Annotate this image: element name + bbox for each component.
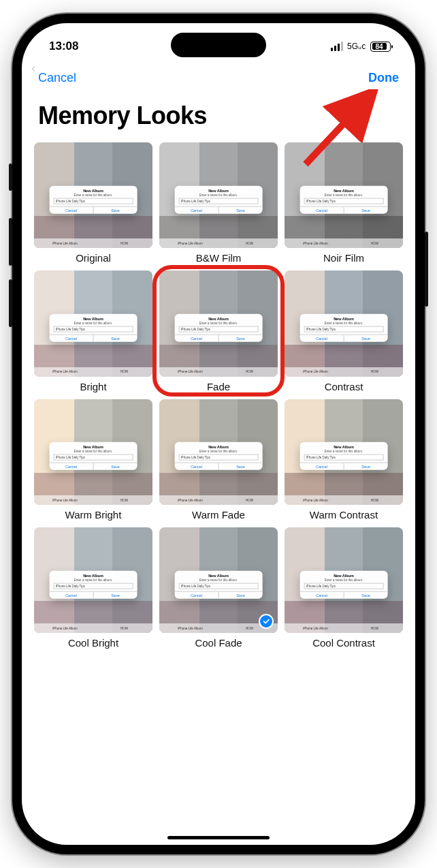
dialog-save: Save [219, 463, 263, 470]
network-label: 5Gᵤᴄ [347, 43, 366, 50]
preview-strip: iPhone Life AlbumHOW [34, 238, 152, 248]
look-label: Warm Bright [34, 509, 152, 521]
look-option[interactable]: New AlbumEnter a name for this album.iPh… [34, 142, 152, 264]
side-button [425, 232, 428, 307]
dialog-cancel: Cancel [50, 591, 94, 598]
look-thumbnail: New AlbumEnter a name for this album.iPh… [34, 527, 152, 633]
look-option[interactable]: New AlbumEnter a name for this album.iPh… [285, 142, 403, 264]
look-label: Noir Film [285, 252, 403, 264]
dialog-sub: Enter a name for this album. [300, 322, 388, 325]
look-option[interactable]: New AlbumEnter a name for this album.iPh… [285, 527, 403, 649]
dialog-sub: Enter a name for this album. [50, 450, 137, 453]
preview-strip: iPhone Life AlbumHOW [159, 495, 278, 505]
dialog-save: Save [344, 463, 388, 470]
dialog-header: New Album [175, 445, 263, 449]
screen: 13:08 5Gᵤᴄ 84 ‹ Cancel Done Memory Looks… [22, 23, 415, 845]
look-option[interactable]: New AlbumEnter a name for this album.iPh… [34, 270, 152, 392]
look-thumbnail: New AlbumEnter a name for this album.iPh… [285, 399, 403, 505]
dialog-header: New Album [175, 573, 263, 577]
dialog-sub: Enter a name for this album. [300, 450, 388, 453]
look-label: Warm Fade [159, 509, 278, 521]
dialog-sub: Enter a name for this album. [300, 193, 388, 196]
preview-strip: iPhone Life AlbumHOW [34, 623, 152, 633]
dialog-sub: Enter a name for this album. [175, 322, 263, 325]
phone-frame: 13:08 5Gᵤᴄ 84 ‹ Cancel Done Memory Looks… [12, 14, 425, 854]
look-option[interactable]: New AlbumEnter a name for this album.iPh… [159, 527, 278, 649]
dialog-save: Save [94, 335, 137, 342]
page-title: Memory Looks [22, 91, 415, 142]
status-right: 5Gᵤᴄ 84 [331, 42, 391, 52]
look-thumbnail: New AlbumEnter a name for this album.iPh… [159, 142, 278, 248]
look-option[interactable]: New AlbumEnter a name for this album.iPh… [159, 142, 278, 264]
dialog-header: New Album [175, 188, 263, 192]
side-button [9, 218, 12, 266]
dialog-field: iPhone Life Daily Tips [304, 198, 384, 204]
dialog-field: iPhone Life Daily Tips [179, 198, 259, 204]
preview-dialog: New AlbumEnter a name for this album.iPh… [300, 185, 388, 213]
dialog-field: iPhone Life Daily Tips [54, 454, 133, 461]
dialog-sub: Enter a name for this album. [50, 578, 137, 581]
dialog-sub: Enter a name for this album. [50, 193, 137, 196]
look-option[interactable]: New AlbumEnter a name for this album.iPh… [285, 399, 403, 521]
look-thumbnail: New AlbumEnter a name for this album.iPh… [34, 270, 152, 376]
look-label: Cool Fade [159, 637, 278, 649]
dialog-cancel: Cancel [300, 206, 344, 213]
dialog-save: Save [219, 206, 263, 213]
dialog-sub: Enter a name for this album. [50, 322, 137, 325]
preview-dialog: New AlbumEnter a name for this album.iPh… [50, 570, 137, 598]
dialog-cancel: Cancel [300, 591, 344, 598]
look-thumbnail: New AlbumEnter a name for this album.iPh… [34, 142, 152, 248]
look-label: Cool Contrast [285, 637, 403, 649]
back-chevron-icon: ‹ [31, 60, 36, 76]
look-option[interactable]: New AlbumEnter a name for this album.iPh… [34, 527, 152, 649]
preview-strip: iPhone Life AlbumHOW [285, 238, 403, 248]
side-button [9, 164, 12, 191]
dialog-cancel: Cancel [50, 335, 94, 342]
look-option[interactable]: New AlbumEnter a name for this album.iPh… [159, 270, 278, 392]
look-label: Cool Bright [34, 637, 152, 649]
look-thumbnail: New AlbumEnter a name for this album.iPh… [285, 527, 403, 633]
preview-dialog: New AlbumEnter a name for this album.iPh… [175, 185, 263, 213]
status-time: 13:08 [49, 40, 78, 53]
dialog-sub: Enter a name for this album. [300, 578, 388, 581]
dialog-cancel: Cancel [175, 206, 219, 213]
look-label: Fade [159, 381, 278, 392]
preview-dialog: New AlbumEnter a name for this album.iPh… [50, 185, 137, 213]
dialog-save: Save [344, 335, 388, 342]
dialog-save: Save [219, 335, 263, 342]
dialog-field: iPhone Life Daily Tips [54, 326, 133, 332]
done-button[interactable]: Done [368, 71, 399, 85]
dialog-save: Save [344, 591, 388, 598]
dialog-header: New Album [50, 445, 137, 449]
preview-dialog: New AlbumEnter a name for this album.iPh… [175, 442, 263, 470]
dialog-sub: Enter a name for this album. [175, 450, 263, 453]
preview-strip: iPhone Life AlbumHOW [159, 238, 278, 248]
dialog-save: Save [344, 206, 388, 213]
nav-bar: ‹ Cancel Done [22, 63, 415, 91]
dialog-save: Save [94, 206, 137, 213]
dialog-header: New Album [50, 188, 137, 192]
dialog-header: New Album [50, 317, 137, 321]
dialog-field: iPhone Life Daily Tips [179, 454, 259, 461]
dialog-header: New Album [300, 188, 388, 192]
look-option[interactable]: New AlbumEnter a name for this album.iPh… [285, 270, 403, 392]
dialog-field: iPhone Life Daily Tips [304, 583, 384, 589]
preview-dialog: New AlbumEnter a name for this album.iPh… [50, 314, 137, 342]
look-option[interactable]: New AlbumEnter a name for this album.iPh… [159, 399, 278, 521]
dialog-cancel: Cancel [50, 206, 94, 213]
look-label: Original [34, 252, 152, 264]
look-label: Warm Contrast [285, 509, 403, 521]
preview-dialog: New AlbumEnter a name for this album.iPh… [175, 570, 263, 598]
dialog-cancel: Cancel [175, 335, 219, 342]
dialog-field: iPhone Life Daily Tips [179, 583, 259, 589]
dynamic-island [171, 33, 266, 57]
look-thumbnail: New AlbumEnter a name for this album.iPh… [34, 399, 152, 505]
dialog-header: New Album [300, 445, 388, 449]
cancel-button[interactable]: Cancel [38, 71, 76, 85]
look-option[interactable]: New AlbumEnter a name for this album.iPh… [34, 399, 152, 521]
preview-strip: iPhone Life AlbumHOW [285, 495, 403, 505]
look-thumbnail: New AlbumEnter a name for this album.iPh… [285, 270, 403, 376]
side-button [9, 279, 12, 327]
looks-grid: New AlbumEnter a name for this album.iPh… [22, 142, 415, 649]
dialog-field: iPhone Life Daily Tips [304, 454, 384, 461]
